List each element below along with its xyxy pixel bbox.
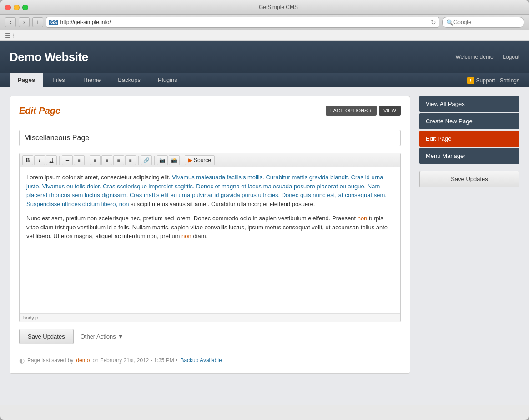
bold-button[interactable]: B xyxy=(22,155,33,165)
list-ordered-button[interactable]: ≡ xyxy=(74,155,85,165)
add-tab-button[interactable]: + xyxy=(32,17,43,27)
tab-files[interactable]: Files xyxy=(44,73,73,87)
save-updates-button[interactable]: Save Updates xyxy=(19,329,74,344)
underline-button[interactable]: U xyxy=(46,155,57,165)
page-footer-info: ◐ Page last saved by demo on February 21… xyxy=(19,351,401,364)
image-button-2[interactable]: 📸 xyxy=(169,155,180,165)
content-paragraph-1: Lorem ipsum dolor sit amet, consectetur … xyxy=(26,173,393,208)
reload-button[interactable]: ↻ xyxy=(431,19,436,26)
footer-text-mid: on February 21st, 2012 - 1:35 PM • xyxy=(92,357,177,364)
address-input[interactable] xyxy=(60,19,431,25)
tab-plugins[interactable]: Plugins xyxy=(150,73,186,87)
app-header: Demo Website Welcome demo! | Logout xyxy=(0,41,529,73)
main-content-panel: Edit Page PAGE OPTIONS + VIEW B I U xyxy=(10,96,410,374)
nav-right: ! Support Settings xyxy=(467,77,519,87)
logout-link[interactable]: Logout xyxy=(503,54,519,60)
header-divider: | xyxy=(498,54,499,61)
tab-theme[interactable]: Theme xyxy=(74,73,109,87)
clock-icon: ◐ xyxy=(19,357,25,364)
footer-text-pre: Page last saved by xyxy=(27,357,73,364)
edit-page-heading: Edit Page xyxy=(19,106,60,116)
chevron-down-icon: ▼ xyxy=(118,333,124,340)
editor-container: B I U ☰ ≡ ≡ ≡ ≡ ≡ 🔗 📷 xyxy=(19,153,401,322)
tab-pages[interactable]: Pages xyxy=(10,73,43,87)
maximize-button[interactable] xyxy=(22,5,28,10)
browser-title: GetSimple CMS xyxy=(33,4,524,10)
italic-button[interactable]: I xyxy=(34,155,45,165)
browser-titlebar: GetSimple CMS xyxy=(0,0,529,15)
back-button[interactable]: ‹ xyxy=(5,17,16,27)
reader-icon[interactable]: ☰ xyxy=(5,32,11,39)
page-options-button[interactable]: PAGE OPTIONS + xyxy=(326,106,377,116)
settings-button[interactable]: Settings xyxy=(500,77,519,84)
support-label: Support xyxy=(476,77,495,84)
view-all-pages-button[interactable]: View All Pages xyxy=(419,96,519,112)
list-unordered-button[interactable]: ☰ xyxy=(62,155,73,165)
other-actions-label: Other Actions xyxy=(81,333,116,340)
align-justify-button[interactable]: ≡ xyxy=(125,155,136,165)
source-label: Source xyxy=(194,157,211,163)
content-paragraph-2: Nunc est sem, pretium non scelerisque ne… xyxy=(26,214,393,241)
minimize-button[interactable] xyxy=(14,5,20,10)
browser-toolbar: ‹ › + GS ↻ 🔍 xyxy=(0,15,529,30)
align-center-button[interactable]: ≡ xyxy=(101,155,112,165)
bookmarks-bar: ☰ ⁝ xyxy=(0,30,529,41)
app-logo: Demo Website xyxy=(10,50,88,64)
app-nav: Pages Files Theme Backups Plugins ! Supp… xyxy=(0,73,529,87)
footer-author[interactable]: demo xyxy=(76,357,90,364)
traffic-lights xyxy=(5,5,28,10)
editor-body[interactable]: Lorem ipsum dolor sit amet, consectetur … xyxy=(20,167,400,313)
align-right-button[interactable]: ≡ xyxy=(113,155,124,165)
align-left-button[interactable]: ≡ xyxy=(90,155,101,165)
view-button[interactable]: VIEW xyxy=(379,106,401,116)
support-badge: ! xyxy=(467,77,474,84)
create-new-page-button[interactable]: Create New Page xyxy=(419,113,519,129)
backup-link[interactable]: Backup Available xyxy=(180,357,222,364)
menu-manager-button[interactable]: Menu Manager xyxy=(419,148,519,164)
header-actions: Welcome demo! | Logout xyxy=(455,54,519,61)
browser-window: GetSimple CMS ‹ › + GS ↻ 🔍 ☰ ⁝ Demo Webs… xyxy=(0,0,529,420)
search-icon: 🔍 xyxy=(446,19,453,26)
sidebar: View All Pages Create New Page Edit Page… xyxy=(419,96,519,374)
toolbar-separator-4 xyxy=(154,156,155,165)
close-button[interactable] xyxy=(5,5,11,10)
source-icon: ▶ xyxy=(188,157,192,163)
other-actions-button[interactable]: Other Actions ▼ xyxy=(81,333,124,340)
gs-badge: GS xyxy=(49,20,58,25)
sidebar-save-button[interactable]: Save Updates xyxy=(419,171,519,187)
edit-page-button[interactable]: Edit Page xyxy=(419,131,519,147)
welcome-text: Welcome demo! xyxy=(455,54,494,60)
toolbar-separator-2 xyxy=(87,156,87,165)
editor-toolbar: B I U ☰ ≡ ≡ ≡ ≡ ≡ 🔗 📷 xyxy=(20,153,400,167)
page-options-bar: PAGE OPTIONS + VIEW xyxy=(326,106,401,116)
bottom-actions: Save Updates Other Actions ▼ xyxy=(19,329,401,344)
search-bar: 🔍 xyxy=(442,17,524,28)
source-button[interactable]: ▶ Source xyxy=(185,155,215,165)
link-button[interactable]: 🔗 xyxy=(141,155,152,165)
toolbar-separator-3 xyxy=(138,156,139,165)
toolbar-separator-1 xyxy=(59,156,60,165)
app-content: Demo Website Welcome demo! | Logout Page… xyxy=(0,41,529,405)
page-title-input[interactable] xyxy=(19,130,401,146)
grid-icon[interactable]: ⁝ xyxy=(13,32,15,39)
forward-button[interactable]: › xyxy=(19,17,30,27)
main-layout: Edit Page PAGE OPTIONS + VIEW B I U xyxy=(0,87,529,383)
support-button[interactable]: ! Support xyxy=(467,77,495,84)
search-input[interactable] xyxy=(453,19,522,25)
editor-statusbar: body p xyxy=(20,313,400,322)
nav-tabs: Pages Files Theme Backups Plugins xyxy=(10,73,186,87)
tab-backups[interactable]: Backups xyxy=(110,73,149,87)
image-button-1[interactable]: 📷 xyxy=(157,155,168,165)
address-bar-container: GS ↻ xyxy=(46,17,439,28)
toolbar-separator-5 xyxy=(182,156,182,165)
